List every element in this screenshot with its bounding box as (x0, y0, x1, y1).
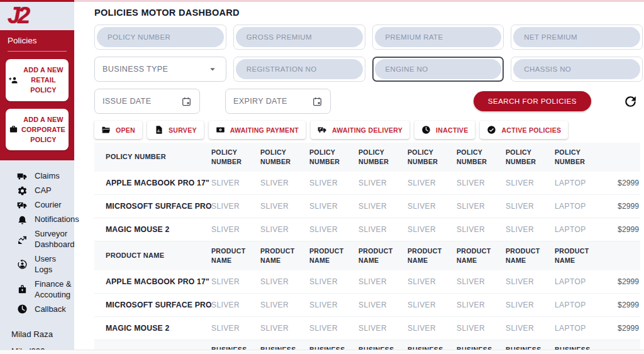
chip-label: ACTIVE POLICIES (501, 126, 561, 134)
policies-section: Policies ADD A NEW RETAIL POLICY ADD A N… (0, 30, 74, 160)
row-value: SLIVER (358, 301, 408, 309)
row-value: SLIVER (506, 301, 555, 309)
calendar-icon (181, 96, 192, 107)
user-history-icon (17, 259, 28, 270)
app-logo[interactable]: J2 (0, 0, 74, 30)
add-retail-policy-button[interactable]: ADD A NEW RETAIL POLICY (6, 59, 69, 101)
row-value: SLIVER (358, 277, 408, 286)
calendar-icon (312, 96, 323, 107)
row-value: SLIVER (408, 202, 457, 211)
row-price: $2999 (604, 324, 640, 333)
row-value: SLIVER (260, 301, 309, 309)
chip-survey[interactable]: SURVEY (147, 121, 204, 139)
row-value: SLIVER (260, 202, 309, 211)
chip-active-policies[interactable]: ACTIVE POLICIES (480, 121, 568, 139)
row-value: SLIVER (408, 277, 457, 286)
sidebar-item-courier[interactable]: Courier (0, 198, 74, 213)
column-header: POLICY NUMBER (309, 148, 358, 167)
refresh-icon[interactable] (623, 94, 638, 109)
column-header: PRODUCT NAME (408, 246, 457, 265)
sidebar-item-label: Users Logs (35, 254, 72, 275)
row-value: SLIVER (211, 301, 260, 309)
sidebar-item-label: Notifications (35, 214, 79, 225)
chip-label: SURVEY (169, 126, 197, 134)
business-type-value: BUSINESS TYPE (103, 65, 168, 74)
row-value: LAPTOP (555, 324, 604, 333)
filter-row-3: ISSUE DATE EXPIRY DATE SEARCH FOR POLICI… (94, 89, 643, 114)
column-header: POLICY NUMBER (506, 148, 555, 167)
chip-label: INACTIVE (436, 126, 468, 134)
table-section-header-row: PRODUCT NAMEPRODUCT NAMEPRODUCT NAMEPROD… (94, 241, 640, 270)
row-value: SLIVER (457, 202, 506, 211)
table-row: MAGIC MOUSE 2SLIVERSLIVERSLIVERSLIVERSLI… (94, 218, 640, 241)
trending-chart-icon (17, 235, 28, 245)
sidebar-item-surveyor-dashboard[interactable]: Surveyor Dashboard (0, 227, 74, 252)
row-value: SLIVER (457, 277, 506, 286)
issue-date-input[interactable]: ISSUE DATE (94, 89, 200, 114)
policies-table: POLICY NUMBERPOLICY NUMBERPOLICY NUMBERP… (94, 143, 640, 354)
sidebar-item-finance-accouting[interactable]: Finance & Accouting (0, 277, 74, 302)
row-value: LAPTOP (555, 202, 604, 211)
sidebar-item-callback[interactable]: Callback (0, 302, 74, 316)
registration-no-input[interactable]: REGISTRATION NO (233, 57, 365, 82)
briefcase-lock-icon (17, 284, 28, 295)
column-header: POLICY NUMBER (555, 148, 604, 167)
column-header: PRODUCT NAME (457, 246, 506, 265)
check-circle-icon (487, 125, 496, 135)
expiry-date-input[interactable]: EXPIRY DATE (225, 89, 331, 114)
table-row: MAGIC MOUSE 2SLIVERSLIVERSLIVERSLIVERSLI… (94, 317, 640, 340)
cash-icon (216, 125, 225, 135)
row-name: MAGIC MOUSE 2 (94, 225, 211, 234)
row-name: APPLE MACBOOK PRO 17" (94, 277, 211, 286)
engine-no-input[interactable]: ENGINE NO (372, 57, 504, 82)
chip-open[interactable]: OPEN (94, 121, 142, 139)
row-value: LAPTOP (555, 301, 604, 309)
row-value: SLIVER (260, 179, 309, 187)
row-name: MAGIC MOUSE 2 (94, 324, 211, 333)
table-section-header-row: POLICY NUMBERPOLICY NUMBERPOLICY NUMBERP… (94, 143, 640, 172)
add-retail-policy-label: ADD A NEW RETAIL POLICY (21, 65, 65, 96)
sidebar-item-users-logs[interactable]: Users Logs (0, 252, 74, 277)
row-value: SLIVER (408, 225, 457, 234)
table-row: APPLE MACBOOK PRO 17"SLIVERSLIVERSLIVERS… (94, 270, 640, 294)
row-name: MICROSOFT SURFACE PRO (94, 301, 211, 309)
row-value: LAPTOP (555, 225, 604, 234)
column-header: PRODUCT NAME (506, 246, 555, 265)
row-value: SLIVER (309, 225, 358, 234)
business-type-select[interactable]: BUSINESS TYPE (94, 57, 226, 82)
expiry-date-placeholder: EXPIRY DATE (233, 97, 287, 106)
row-value: SLIVER (211, 277, 260, 286)
sidebar-item-label: Claims (35, 171, 60, 182)
row-value: SLIVER (358, 225, 408, 234)
premium-rate-placeholder: PREMIUM RATE (375, 27, 502, 47)
engine-no-placeholder: ENGINE NO (375, 59, 502, 79)
sidebar-item-claims[interactable]: Claims (0, 169, 74, 184)
row-value: LAPTOP (555, 277, 604, 286)
row-value: SLIVER (211, 324, 260, 333)
row-value: SLIVER (408, 324, 457, 333)
row-value: SLIVER (506, 225, 555, 234)
clock-icon (17, 304, 28, 314)
gross-premium-input[interactable]: GROSS PREMIUM (233, 25, 365, 50)
premium-rate-input[interactable]: PREMIUM RATE (372, 25, 504, 50)
horizontal-scrollbar[interactable] (0, 350, 644, 354)
add-corporate-policy-label: ADD A NEW CORPORATE POLICY (21, 114, 65, 145)
row-value: SLIVER (506, 277, 555, 286)
net-premium-input[interactable]: NET PREMIUM (511, 25, 643, 50)
search-for-policies-button[interactable]: SEARCH FOR POLICIES (474, 91, 591, 111)
chassis-no-input[interactable]: CHASSIS NO (511, 57, 643, 82)
chip-awaiting-delivery[interactable]: AWAITING DELIVERY (311, 121, 409, 139)
row-price: $2999 (604, 179, 640, 187)
row-value: SLIVER (358, 179, 408, 187)
sidebar-item-label: Callback (35, 304, 66, 315)
column-header: PRODUCT NAME (260, 246, 309, 265)
add-corporate-policy-button[interactable]: ADD A NEW CORPORATE POLICY (6, 109, 69, 151)
policy-number-input[interactable]: POLICY NUMBER (94, 25, 226, 50)
chip-awaiting-payment[interactable]: AWAITING PAYMENT (209, 121, 306, 139)
bell-icon (17, 214, 28, 225)
chip-inactive[interactable]: INACTIVE (414, 121, 475, 139)
sidebar-item-cap[interactable]: CAP (0, 184, 74, 198)
row-value: SLIVER (309, 277, 358, 286)
sidebar-item-notifications[interactable]: Notifications (0, 213, 74, 227)
row-value: SLIVER (358, 202, 408, 211)
